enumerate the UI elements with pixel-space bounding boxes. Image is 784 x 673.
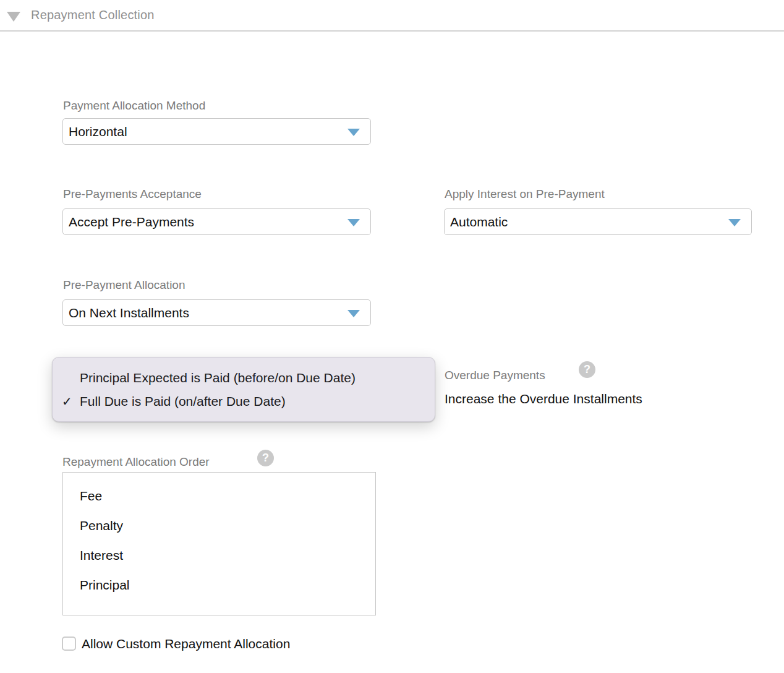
help-icon[interactable]: ? [257, 450, 274, 466]
pre-payment-allocation-value: On Next Installments [69, 300, 189, 325]
dropdown-arrow-icon [728, 219, 741, 226]
pre-payments-acceptance-label: Pre-Payments Acceptance [63, 187, 202, 201]
menu-item-label: Full Due is Paid (on/after Due Date) [80, 394, 286, 409]
menu-item-principal-expected[interactable]: Principal Expected is Paid (before/on Du… [53, 366, 435, 390]
collapse-triangle-icon[interactable] [7, 12, 20, 22]
pre-payments-acceptance-select[interactable]: Accept Pre-Payments [62, 208, 371, 235]
apply-interest-on-pre-payment-value: Automatic [450, 209, 508, 234]
help-icon[interactable]: ? [579, 361, 595, 378]
overdue-payments-label: Overdue Payments [445, 369, 545, 382]
menu-item-full-due[interactable]: ✓ Full Due is Paid (on/after Due Date) [53, 390, 435, 413]
repayment-collection-section: Repayment Collection Payment Allocation … [0, 0, 784, 673]
order-item-fee[interactable]: Fee [80, 489, 102, 504]
payment-allocation-method-value: Horizontal [69, 119, 127, 144]
order-item-principal[interactable]: Principal [80, 578, 130, 593]
apply-interest-on-pre-payment-label: Apply Interest on Pre-Payment [445, 187, 605, 201]
dropdown-arrow-icon [347, 219, 360, 226]
repayment-allocation-order-label: Repayment Allocation Order [62, 455, 210, 469]
pre-payments-acceptance-value: Accept Pre-Payments [69, 209, 194, 234]
payment-allocation-method-label: Payment Allocation Method [63, 99, 205, 113]
allow-custom-repayment-allocation-label[interactable]: Allow Custom Repayment Allocation [82, 637, 290, 651]
dropdown-arrow-icon [347, 129, 360, 136]
overdue-payments-value: Increase the Overdue Installments [445, 392, 642, 406]
allow-custom-repayment-allocation-checkbox[interactable] [62, 637, 76, 651]
apply-interest-on-pre-payment-select[interactable]: Automatic [444, 208, 752, 235]
menu-item-label: Principal Expected is Paid (before/on Du… [80, 371, 356, 385]
open-dropdown-menu: Principal Expected is Paid (before/on Du… [52, 357, 435, 422]
section-header: Repayment Collection [0, 0, 784, 32]
pre-payment-allocation-label: Pre-Payment Allocation [63, 278, 185, 292]
order-item-penalty[interactable]: Penalty [80, 518, 123, 533]
checkmark-icon: ✓ [62, 394, 80, 409]
payment-allocation-method-select[interactable]: Horizontal [62, 118, 371, 145]
dropdown-arrow-icon [347, 310, 360, 317]
section-title: Repayment Collection [31, 8, 155, 22]
pre-payment-allocation-select[interactable]: On Next Installments [62, 299, 371, 326]
repayment-allocation-order-listbox: Fee Penalty Interest Principal [62, 472, 376, 615]
order-item-interest[interactable]: Interest [80, 548, 123, 563]
